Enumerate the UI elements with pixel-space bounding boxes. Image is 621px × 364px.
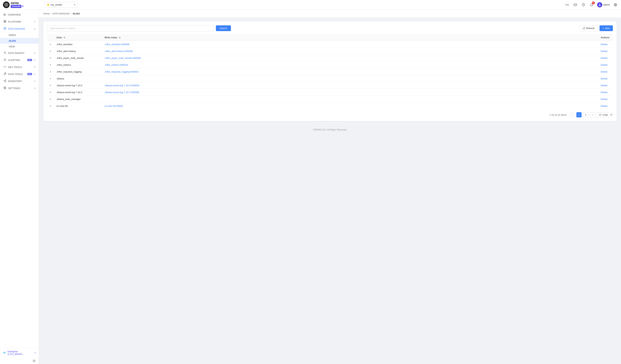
write-index-link-7[interactable]: .kibana-event-log-7.10.2-000006 <box>104 91 139 94</box>
sidebar-item-settings[interactable]: SETTINGS ▼ <box>0 85 39 92</box>
sidebar-item-overview[interactable]: ⊞ OVERVIEW <box>0 11 39 18</box>
sidebar-item-label-dev-tools: DEV TOOLS <box>8 66 32 69</box>
main-content: Home / DATA MANAGE / ALIAS Search Refres… <box>39 10 621 364</box>
sidebar-item-alerting[interactable]: ALERTING Pro ▼ <box>0 56 39 64</box>
write-index-link-0[interactable]: .infini_activities-000006 <box>104 43 129 46</box>
language-icon[interactable] <box>613 2 618 7</box>
platform-expand-icon: ▼ <box>34 21 36 23</box>
delete-button-1[interactable]: Delete <box>601 50 608 52</box>
delete-button-5[interactable]: Delete <box>601 77 608 80</box>
alias-value-2: .infini_async_bulk_results <box>56 57 84 59</box>
mail-icon[interactable] <box>573 2 578 7</box>
col-header-expand <box>47 34 54 41</box>
toolbar: Search Refresh + New <box>47 25 613 31</box>
sidebar-collapse-button[interactable] <box>0 358 39 364</box>
row-expand-0[interactable]: + <box>50 43 51 46</box>
sidebar-item-label-data-insight: DATA INSIGHT <box>8 52 32 54</box>
help-icon[interactable] <box>581 2 586 7</box>
data-manage-expand-icon: ▲ <box>34 28 36 30</box>
sidebar-item-data-tools[interactable]: DATA TOOLS Pro ▼ <box>0 70 39 78</box>
admin-menu[interactable]: admin <box>597 2 610 7</box>
settings-icon <box>3 87 6 90</box>
row-expand-8[interactable]: + <box>50 98 51 101</box>
delete-button-6[interactable]: Delete <box>601 84 608 87</box>
search-input-wrap <box>47 25 214 31</box>
row-expand-4[interactable]: + <box>50 70 51 73</box>
plugins-icon[interactable] <box>565 2 570 7</box>
enterprise-button[interactable]: 💎 Enterprise (1.5.0_SNAPS... > <box>3 350 36 355</box>
per-page-select[interactable]: 10 / page 20 / page 50 / page <box>596 112 613 117</box>
row-expand-6[interactable]: + <box>50 84 51 87</box>
sidebar-item-data-manage[interactable]: DATA MANAGE ▲ <box>0 25 39 32</box>
enterprise-label: Enterprise (1.5.0_SNAPS... <box>8 350 33 355</box>
pagination-page-2[interactable]: 2 <box>583 112 588 117</box>
alias-sort-icon: ⇅ <box>64 36 65 39</box>
page-footer: ©INFINI.LTD, All Rights Reserved. <box>39 125 621 135</box>
breadcrumb-home[interactable]: Home <box>43 12 50 15</box>
pagination: 1-10 of 12 items ‹ 1 2 › 10 / page 20 / … <box>47 112 613 117</box>
notification-button[interactable]: 9 <box>589 2 594 7</box>
sidebar-item-index[interactable]: INDEX <box>0 32 39 38</box>
alerting-expand-icon: ▼ <box>34 59 36 61</box>
dev-tools-icon <box>3 65 6 69</box>
sidebar-item-dev-tools[interactable]: DEV TOOLS ▼ <box>0 64 39 70</box>
col-header-actions: Actions <box>598 34 613 41</box>
inventory-expand-icon: ▼ <box>34 80 36 82</box>
pagination-next[interactable]: › <box>590 112 595 117</box>
sidebar-item-inventory[interactable]: INVENTORY ▼ <box>0 78 39 85</box>
breadcrumb-sep-2: / <box>71 12 71 15</box>
col-header-alias[interactable]: Alias ⇅ <box>54 34 102 41</box>
pagination-info: 1-10 of 12 items <box>550 114 567 116</box>
delete-button-9[interactable]: Delete <box>601 104 608 107</box>
search-button[interactable]: Search <box>216 25 231 31</box>
sidebar-item-alias[interactable]: ALIAS <box>0 38 39 44</box>
sidebar-item-label-settings: SETTINGS <box>8 87 32 90</box>
delete-button-8[interactable]: Delete <box>601 98 608 101</box>
svg-rect-10 <box>4 22 5 22</box>
alerting-icon <box>3 58 6 62</box>
write-index-link-2[interactable]: .infini_async_bulk_results-000006 <box>104 57 141 59</box>
table-row: +.kibana_task_managerDelete <box>47 96 613 103</box>
write-index-link-3[interactable]: .infini_metrics-000033 <box>104 64 128 66</box>
header-right: 9 admin <box>565 2 618 7</box>
sidebar-item-data-insight[interactable]: DATA INSIGHT ▼ <box>0 50 39 56</box>
cluster-selector[interactable]: my_cluster ▼ <box>45 2 78 7</box>
pagination-prev[interactable]: ‹ <box>570 112 575 117</box>
top-header: INFINI Console /// my_cluster ▼ 9 <box>0 0 621 10</box>
row-expand-5[interactable]: + <box>50 77 51 80</box>
row-expand-9[interactable]: + <box>50 104 51 107</box>
logo-infini-text: INFINI <box>11 1 23 5</box>
row-expand-3[interactable]: + <box>50 63 51 66</box>
refresh-button[interactable]: Refresh <box>579 25 598 31</box>
write-index-link-6[interactable]: .kibana-event-log-7.10.0-000003 <box>104 84 139 87</box>
new-button[interactable]: + New <box>600 25 613 31</box>
col-header-write-index[interactable]: Write Index ⇅ <box>102 34 598 41</box>
pagination-page-1[interactable]: 1 <box>576 112 582 117</box>
breadcrumb-current: ALIAS <box>73 12 80 15</box>
write-index-link-9[interactable]: ccr-test-46-00001 <box>104 104 123 107</box>
search-input[interactable] <box>47 25 214 31</box>
delete-button-2[interactable]: Delete <box>601 57 608 59</box>
delete-button-0[interactable]: Delete <box>601 43 608 46</box>
svg-point-18 <box>5 87 5 88</box>
sidebar-item-platform[interactable]: PLATFORM ▼ <box>0 18 39 25</box>
svg-point-14 <box>4 81 5 81</box>
data-tools-expand-icon: ▼ <box>34 73 36 75</box>
delete-button-4[interactable]: Delete <box>601 70 608 73</box>
page-body: Search Refresh + New <box>39 18 621 125</box>
write-index-link-4[interactable]: .infini_requests_logging-000002 <box>104 70 138 73</box>
svg-rect-11 <box>5 22 6 22</box>
settings-expand-icon: ▼ <box>34 87 36 89</box>
breadcrumb: Home / DATA MANAGE / ALIAS <box>39 10 621 18</box>
breadcrumb-data-manage[interactable]: DATA MANAGE <box>52 12 70 15</box>
sidebar-item-view[interactable]: VIEW <box>0 44 39 50</box>
cluster-dropdown-arrow: ▼ <box>74 4 76 6</box>
write-index-link-1[interactable]: .infini_alert-history-000006 <box>104 50 133 52</box>
alias-card: Search Refresh + New <box>43 21 617 121</box>
row-expand-1[interactable]: + <box>50 50 51 52</box>
delete-button-7[interactable]: Delete <box>601 91 608 94</box>
delete-button-3[interactable]: Delete <box>601 64 608 66</box>
svg-point-12 <box>4 27 6 28</box>
row-expand-2[interactable]: + <box>50 56 51 59</box>
row-expand-7[interactable]: + <box>50 91 51 94</box>
